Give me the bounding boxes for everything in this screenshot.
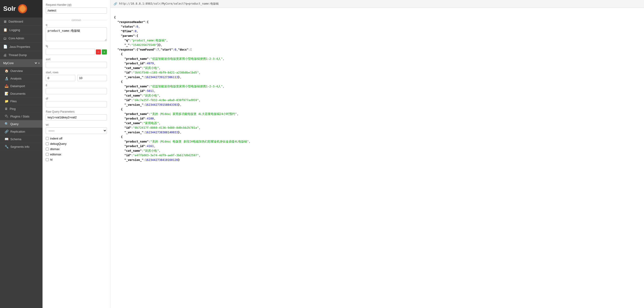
nav-thread-dump-label: Thread Dump [8,53,27,57]
fq-plus-button[interactable]: + [102,50,107,54]
sort-input[interactable] [46,62,107,68]
common-section-title: common [46,18,107,22]
documents-icon: 📝 [4,92,8,96]
handler-input[interactable] [46,7,107,14]
files-icon: 📁 [4,99,8,103]
logging-icon: 📋 [3,28,8,32]
fq-minus-button[interactable]: − [96,50,101,54]
content-area: Request-Handler (qt) common q fq − + sor… [42,0,644,308]
sub-nav-schema-label: Schema [10,138,21,141]
fl-group: fl [46,84,107,94]
url-text: http://10.8.8.1:8983/solr/MyCore/select?… [119,2,218,6]
sub-nav-files[interactable]: 📁 Files [0,98,42,105]
hl-checkbox[interactable] [46,158,49,161]
sub-nav-segments-info[interactable]: 🔧 Segments info [0,143,42,150]
raw-query-group: Raw Query Parameters [46,110,107,120]
indent-off-checkbox[interactable] [46,137,49,140]
handler-group: Request-Handler (qt) [46,3,107,16]
sub-nav-query-label: Query [10,122,18,126]
wt-select[interactable]: ------ json xml csv python [46,127,107,134]
start-rows-group: start, rows [46,71,107,81]
indent-off-label: indent off [50,137,62,140]
sidebar: Solr 🖥 Dashboard 📋 Logging 🗂 Core Admin … [0,0,42,308]
hl-label: hl [50,158,52,161]
edismax-checkbox[interactable] [46,153,49,156]
raw-query-input[interactable] [46,114,107,120]
nav-core-admin[interactable]: 🗂 Core Admin [0,34,42,42]
sub-nav-replication[interactable]: 🔗 Replication [0,128,42,136]
segments-icon: 🔧 [4,145,8,148]
nav-logging-label: Logging [10,28,20,32]
sub-nav-documents-label: Documents [10,92,26,96]
sub-nav-replication-label: Replication [10,130,25,133]
logo-area: Solr [0,0,42,18]
json-output: { "responseHeader":{ "status":0, "QTime"… [114,10,640,167]
overview-icon: 🏠 [4,69,8,73]
sort-group: sort [46,58,107,68]
rows-input[interactable] [77,75,107,81]
core-admin-icon: 🗂 [3,36,7,40]
start-input[interactable] [46,75,76,81]
nav-dashboard[interactable]: 🖥 Dashboard [0,18,42,26]
sub-nav-dataimport[interactable]: 📥 Dataimport [0,82,42,90]
main-area: Request-Handler (qt) common q fq − + sor… [42,0,644,308]
sub-nav-query[interactable]: 🔍 Query [0,120,42,128]
logo-text: Solr [3,5,16,12]
raw-query-label: Raw Query Parameters [46,110,107,113]
indent-off-row: indent off [46,137,107,140]
nav-logging[interactable]: 📋 Logging [0,26,42,34]
query-icon: 🔍 [4,122,8,126]
nav-java-properties-label: Java Properties [10,45,30,48]
handler-label: Request-Handler (qt) [46,3,107,6]
wt-group: wt ------ json xml csv python [46,123,107,134]
core-select[interactable]: MyCore [2,61,38,65]
nav-dashboard-label: Dashboard [8,20,23,23]
dashboard-icon: 🖥 [3,20,7,24]
json-result-panel: { "responseHeader":{ "status":0, "QTime"… [110,8,644,308]
dismax-row: dismax [46,147,107,151]
sub-nav-analysis-label: Analysis [10,77,21,80]
sub-nav-files-label: Files [10,100,16,103]
fq-label: fq [46,44,107,48]
dismax-checkbox[interactable] [46,148,49,150]
fq-row: − + [46,49,107,55]
df-group: df [46,97,107,107]
fq-input[interactable] [46,49,95,55]
analysis-icon: 🔬 [4,76,8,80]
url-link-icon: 🔗 [114,2,117,6]
dataimport-icon: 📥 [4,84,8,88]
hl-row: hl [46,158,107,161]
debug-query-checkbox[interactable] [46,142,49,145]
start-rows-label: start, rows [46,71,107,74]
sub-nav-plugins-stats[interactable]: 🔌 Plugins / Stats [0,113,42,120]
dismax-label: dismax [50,147,60,151]
edismax-label: edismax [50,152,61,156]
solr-logo-icon [18,4,28,14]
nav-java-properties[interactable]: 📄 Java Properties [0,42,42,51]
sort-label: sort [46,58,107,61]
q-group: q [46,23,107,42]
q-input[interactable] [46,27,107,41]
sub-nav-schema[interactable]: 📖 Schema [0,136,42,143]
nav-core-admin-label: Core Admin [8,36,24,40]
core-chevron-icon: ▼ [38,62,40,64]
sub-nav-dataimport-label: Dataimport [10,84,25,88]
fl-input[interactable] [46,88,107,94]
debug-query-row: debugQuery [46,142,107,146]
core-selector[interactable]: MyCore ▼ [0,59,42,67]
edismax-row: edismax [46,152,107,156]
replication-icon: 🔗 [4,130,8,133]
url-bar: 🔗 http://10.8.8.1:8983/solr/MyCore/selec… [110,0,644,8]
sub-nav-ping-label: Ping [10,107,16,110]
nav-thread-dump[interactable]: 🖨 Thread Dump [0,51,42,59]
ping-icon: 🖥 [4,107,8,110]
sub-nav-ping[interactable]: 🖥 Ping [0,105,42,113]
fl-label: fl [46,84,107,87]
sub-nav-documents[interactable]: 📝 Documents [0,90,42,98]
df-label: df [46,97,107,100]
sub-nav-overview[interactable]: 🏠 Overview [0,67,42,75]
java-properties-icon: 📄 [3,44,8,49]
wt-label: wt [46,123,107,126]
df-input[interactable] [46,101,107,107]
sub-nav-analysis[interactable]: 🔬 Analysis [0,75,42,82]
